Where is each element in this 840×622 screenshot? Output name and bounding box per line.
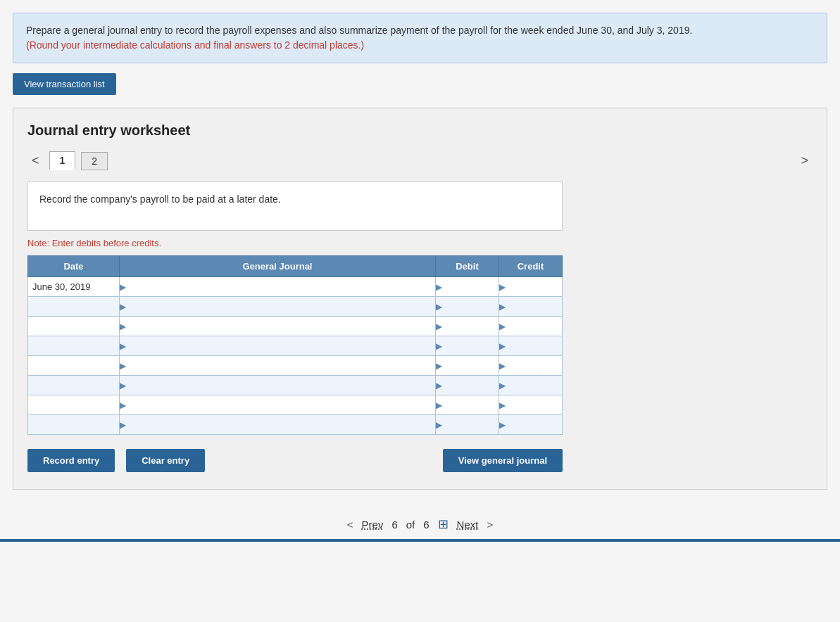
date-input-5[interactable] bbox=[32, 377, 115, 393]
journal-input-7[interactable] bbox=[127, 415, 432, 434]
date-cell-4[interactable] bbox=[28, 356, 120, 376]
credit-cell-1[interactable]: ▶ bbox=[499, 297, 563, 317]
debit-input-1[interactable] bbox=[444, 297, 495, 316]
credit-arrow-icon: ▶ bbox=[499, 302, 506, 312]
date-cell-2[interactable] bbox=[28, 317, 120, 336]
grid-icon[interactable]: ⊞ bbox=[438, 516, 449, 532]
date-input-2[interactable] bbox=[32, 318, 115, 334]
page-current: 6 bbox=[391, 519, 397, 531]
tab-next-arrow[interactable]: > bbox=[796, 152, 813, 170]
debit-cell-4[interactable]: ▶ bbox=[436, 356, 499, 376]
debit-input-7[interactable] bbox=[444, 415, 495, 434]
debit-input-4[interactable] bbox=[444, 356, 495, 375]
view-transaction-button[interactable]: View transaction list bbox=[13, 73, 116, 95]
row-arrow-icon: ▶ bbox=[120, 361, 126, 371]
view-general-journal-button[interactable]: View general journal bbox=[443, 449, 563, 472]
tab-1[interactable]: 1 bbox=[49, 151, 76, 170]
debit-input-6[interactable] bbox=[444, 395, 495, 414]
date-cell-0: June 30, 2019 bbox=[28, 277, 120, 297]
debit-input-3[interactable] bbox=[444, 336, 495, 355]
credit-cell-2[interactable]: ▶ bbox=[499, 317, 563, 336]
debit-arrow-icon: ▶ bbox=[436, 322, 442, 331]
row-arrow-icon: ▶ bbox=[120, 381, 126, 391]
credit-cell-5[interactable]: ▶ bbox=[499, 376, 563, 395]
journal-cell-5[interactable]: ▶ bbox=[120, 376, 436, 395]
tab-2[interactable]: 2 bbox=[81, 152, 108, 170]
date-cell-1[interactable] bbox=[28, 297, 120, 317]
debit-cell-3[interactable]: ▶ bbox=[436, 336, 499, 356]
table-row: ▶▶▶ bbox=[28, 356, 563, 376]
date-input-7[interactable] bbox=[32, 417, 115, 433]
journal-cell-6[interactable]: ▶ bbox=[120, 395, 436, 415]
journal-input-3[interactable] bbox=[127, 336, 432, 355]
date-input-3[interactable] bbox=[32, 338, 115, 354]
journal-input-1[interactable] bbox=[127, 297, 432, 316]
tab-prev-arrow[interactable]: < bbox=[27, 152, 44, 170]
credit-input-7[interactable] bbox=[507, 415, 558, 434]
table-row: ▶▶▶ bbox=[28, 395, 563, 415]
credit-arrow-icon: ▶ bbox=[499, 420, 506, 430]
journal-input-4[interactable] bbox=[127, 356, 432, 375]
credit-input-2[interactable] bbox=[507, 317, 558, 336]
debit-cell-0[interactable]: ▶ bbox=[436, 277, 499, 297]
date-cell-6[interactable] bbox=[28, 395, 120, 415]
journal-input-2[interactable] bbox=[127, 317, 432, 336]
credit-arrow-icon: ▶ bbox=[499, 282, 506, 292]
date-input-1[interactable] bbox=[32, 298, 115, 315]
row-arrow-icon: ▶ bbox=[120, 282, 126, 292]
credit-input-5[interactable] bbox=[507, 376, 558, 395]
credit-cell-6[interactable]: ▶ bbox=[499, 395, 563, 415]
prev-arrow-icon[interactable]: < bbox=[347, 519, 353, 531]
credit-input-6[interactable] bbox=[507, 395, 558, 414]
credit-cell-3[interactable]: ▶ bbox=[499, 336, 563, 356]
next-arrow-icon[interactable]: > bbox=[487, 519, 493, 531]
credit-arrow-icon: ▶ bbox=[499, 400, 506, 410]
journal-input-5[interactable] bbox=[127, 376, 432, 395]
prev-link[interactable]: Prev bbox=[362, 519, 384, 531]
credit-arrow-icon: ▶ bbox=[499, 341, 506, 351]
date-input-4[interactable] bbox=[32, 357, 115, 374]
journal-cell-1[interactable]: ▶ bbox=[120, 297, 436, 317]
debit-arrow-icon: ▶ bbox=[436, 302, 442, 312]
journal-input-6[interactable] bbox=[127, 395, 432, 414]
date-cell-7[interactable] bbox=[28, 415, 120, 435]
debit-input-2[interactable] bbox=[444, 317, 495, 336]
debit-input-0[interactable] bbox=[444, 277, 495, 296]
bottom-divider bbox=[0, 539, 840, 542]
header-date: Date bbox=[28, 256, 120, 277]
credit-arrow-icon: ▶ bbox=[499, 381, 506, 391]
clear-entry-button[interactable]: Clear entry bbox=[126, 449, 205, 472]
record-entry-button[interactable]: Record entry bbox=[27, 449, 115, 472]
debit-cell-7[interactable]: ▶ bbox=[436, 415, 499, 435]
header-debit: Debit bbox=[436, 256, 499, 277]
debit-cell-6[interactable]: ▶ bbox=[436, 395, 499, 415]
pagination: < Prev 6 of 6 ⊞ Next > bbox=[0, 502, 840, 539]
next-link[interactable]: Next bbox=[457, 519, 479, 531]
tab-navigation: < 1 2 > bbox=[27, 151, 813, 170]
date-cell-3[interactable] bbox=[28, 336, 120, 356]
table-row: ▶▶▶ bbox=[28, 297, 563, 317]
debit-cell-2[interactable]: ▶ bbox=[436, 317, 499, 336]
header-credit: Credit bbox=[499, 256, 563, 277]
credit-cell-0[interactable]: ▶ bbox=[499, 277, 563, 297]
row-arrow-icon: ▶ bbox=[120, 400, 126, 410]
credit-cell-7[interactable]: ▶ bbox=[499, 415, 563, 435]
debit-input-5[interactable] bbox=[444, 376, 495, 395]
journal-cell-0[interactable]: ▶ bbox=[120, 277, 436, 297]
journal-cell-2[interactable]: ▶ bbox=[120, 317, 436, 336]
journal-cell-4[interactable]: ▶ bbox=[120, 356, 436, 376]
debit-cell-5[interactable]: ▶ bbox=[436, 376, 499, 395]
credit-input-4[interactable] bbox=[507, 356, 558, 375]
date-cell-5[interactable] bbox=[28, 376, 120, 395]
journal-cell-3[interactable]: ▶ bbox=[120, 336, 436, 356]
credit-input-3[interactable] bbox=[507, 336, 558, 355]
date-input-6[interactable] bbox=[32, 397, 115, 413]
credit-input-1[interactable] bbox=[507, 297, 558, 316]
credit-cell-4[interactable]: ▶ bbox=[499, 356, 563, 376]
instruction-main-text: Prepare a general journal entry to recor… bbox=[26, 25, 692, 36]
table-row: June 30, 2019▶▶▶ bbox=[28, 277, 563, 297]
credit-input-0[interactable] bbox=[507, 277, 558, 296]
debit-cell-1[interactable]: ▶ bbox=[436, 297, 499, 317]
journal-cell-7[interactable]: ▶ bbox=[120, 415, 436, 435]
journal-input-0[interactable] bbox=[127, 277, 432, 296]
